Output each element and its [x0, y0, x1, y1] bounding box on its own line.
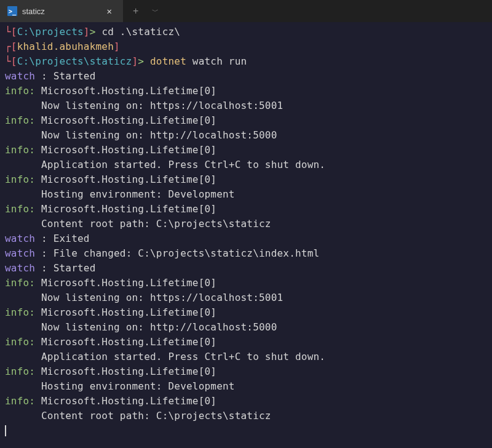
info-line: info: Microsoft.Hosting.Lifetime[0]: [5, 394, 487, 409]
info-line: info: Microsoft.Hosting.Lifetime[0]: [5, 202, 487, 217]
watch-line: watch : Started: [5, 261, 487, 276]
watch-line: watch : Started: [5, 69, 487, 84]
prompt-user-line: ┌[khalid.abuhakmeh]: [5, 39, 487, 54]
info-message: Application started. Press Ctrl+C to shu…: [5, 158, 487, 172]
tab-active[interactable]: >_ staticz ✕: [0, 0, 123, 22]
cursor-line[interactable]: [5, 423, 487, 438]
info-message: Now listening on: https://localhost:5001: [5, 290, 487, 305]
prompt-line: └[C:\projects]> cd .\staticz\: [5, 25, 487, 39]
prompt-line: └[C:\projects\staticz]> dotnet watch run: [5, 54, 487, 69]
powershell-icon: >_: [7, 6, 17, 16]
tab-dropdown-button[interactable]: ﹀: [147, 4, 164, 18]
info-line: info: Microsoft.Hosting.Lifetime[0]: [5, 335, 487, 350]
new-tab-button[interactable]: +: [128, 3, 143, 19]
info-message: Now listening on: https://localhost:5001: [5, 98, 487, 113]
info-line: info: Microsoft.Hosting.Lifetime[0]: [5, 143, 487, 158]
info-message: Content root path: C:\projects\staticz: [5, 217, 487, 231]
info-message: Hosting environment: Development: [5, 379, 487, 394]
tab-title: staticz: [22, 7, 98, 16]
tab-actions: + ﹀: [123, 3, 164, 19]
info-line: info: Microsoft.Hosting.Lifetime[0]: [5, 305, 487, 320]
info-message: Content root path: C:\projects\staticz: [5, 409, 487, 423]
info-line: info: Microsoft.Hosting.Lifetime[0]: [5, 84, 487, 98]
terminal-output[interactable]: └[C:\projects]> cd .\staticz\ ┌[khalid.a…: [0, 22, 492, 441]
info-message: Now listening on: http://localhost:5000: [5, 128, 487, 143]
info-message: Hosting environment: Development: [5, 187, 487, 202]
watch-line: watch : File changed: C:\projects\static…: [5, 246, 487, 261]
info-line: info: Microsoft.Hosting.Lifetime[0]: [5, 113, 487, 128]
cursor-icon: [5, 425, 6, 436]
info-line: info: Microsoft.Hosting.Lifetime[0]: [5, 172, 487, 187]
close-tab-button[interactable]: ✕: [103, 5, 116, 17]
info-line: info: Microsoft.Hosting.Lifetime[0]: [5, 364, 487, 379]
info-message: Application started. Press Ctrl+C to shu…: [5, 350, 487, 364]
info-line: info: Microsoft.Hosting.Lifetime[0]: [5, 276, 487, 290]
watch-line: watch : Exited: [5, 231, 487, 246]
info-message: Now listening on: http://localhost:5000: [5, 320, 487, 335]
title-bar: >_ staticz ✕ + ﹀: [0, 0, 492, 22]
